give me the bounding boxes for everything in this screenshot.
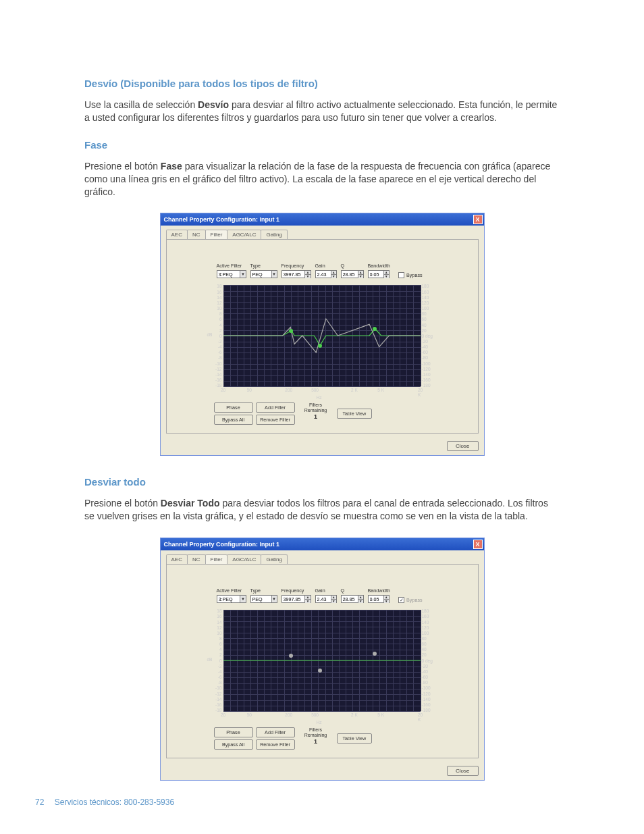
tab-gating[interactable]: Gating: [261, 230, 288, 239]
chevron-down-icon[interactable]: ▼: [271, 596, 277, 602]
chevron-down-icon[interactable]: ▼: [271, 271, 277, 278]
label-q: Q: [341, 588, 364, 594]
window-title: Channel Property Configuration: Input 1: [164, 216, 280, 223]
table-view-button[interactable]: Table View: [337, 733, 373, 744]
tab-strip: AEC NC Filter AGC/ALC Gating: [161, 550, 484, 564]
select-active-filter[interactable]: ▼: [217, 595, 246, 603]
spinner-icon[interactable]: ▲▼: [383, 271, 388, 278]
tab-agcalc[interactable]: AGC/ALC: [227, 230, 261, 239]
input[interactable]: [251, 271, 271, 278]
window-titlebar: Channel Property Configuration: Input 1 …: [161, 538, 484, 550]
close-button[interactable]: Close: [447, 766, 478, 776]
heading-fase: Fase: [84, 139, 560, 151]
add-filter-button[interactable]: Add Filter: [256, 727, 295, 737]
heading-desviar-todo: Desviar todo: [84, 476, 560, 488]
tab-panel-filter: Active Filter ▼ Type ▼ Frequency ▲▼ Gain…: [166, 564, 479, 758]
filter-chart: dB 181614121086420-2-4-6-8-10-12-14-16-1…: [209, 282, 470, 397]
tab-aec[interactable]: AEC: [166, 230, 188, 239]
filter-params-row: Active Filter ▼ Type ▼ Frequency ▲▼ Gain…: [217, 263, 470, 278]
plot-area[interactable]: [223, 610, 421, 711]
tab-gating[interactable]: Gating: [261, 554, 288, 564]
close-button[interactable]: Close: [447, 441, 478, 451]
filters-remaining: Filters Remaining 1: [298, 402, 334, 420]
y-axis-left: 181614121086420-2-4-6-8-10-12-14-16-18: [213, 608, 222, 712]
value: 1: [302, 738, 330, 745]
input[interactable]: [369, 271, 384, 278]
spinner-icon[interactable]: ▲▼: [304, 596, 310, 603]
page-footer: 72 Servicios técnicos: 800-283-5936: [35, 798, 174, 807]
close-icon[interactable]: X: [473, 215, 483, 224]
bold: Desviar Todo: [161, 498, 220, 509]
value: 1: [302, 413, 330, 420]
phase-button[interactable]: Phase: [214, 402, 253, 413]
input[interactable]: [316, 271, 331, 278]
heading-desvio: Desvío (Disponible para todos los tipos …: [84, 78, 560, 89]
select-type[interactable]: ▼: [250, 595, 277, 603]
remove-filter-button[interactable]: Remove Filter: [256, 739, 295, 750]
bypass-all-button[interactable]: Bypass All: [214, 739, 253, 750]
input[interactable]: [282, 596, 305, 602]
dialog-window: Channel Property Configuration: Input 1 …: [160, 213, 485, 456]
chevron-down-icon[interactable]: ▼: [240, 596, 245, 602]
spinner-icon[interactable]: ▲▼: [304, 271, 310, 278]
tab-panel-filter: Active Filter ▼ Type ▼ Frequency ▲▼ Gain…: [166, 239, 479, 434]
spinner-icon[interactable]: ▲▼: [331, 596, 336, 603]
input[interactable]: [217, 271, 240, 278]
spinner-frequency[interactable]: ▲▼: [281, 270, 311, 278]
spinner-q[interactable]: ▲▼: [341, 270, 364, 278]
label-frequency: Frequency: [281, 263, 311, 269]
input[interactable]: [282, 271, 305, 278]
input[interactable]: [217, 596, 240, 602]
spinner-q[interactable]: ▲▼: [341, 595, 364, 603]
input[interactable]: [369, 596, 384, 602]
tab-nc[interactable]: NC: [187, 230, 206, 239]
label: Filters Remaining: [302, 402, 330, 413]
spinner-icon[interactable]: ▲▼: [383, 596, 388, 603]
spinner-icon[interactable]: ▲▼: [358, 596, 363, 603]
label-bypass: Bypass: [406, 272, 423, 278]
spinner-bandwidth[interactable]: ▲▼: [368, 595, 390, 603]
bold: Desvío: [198, 99, 229, 110]
input[interactable]: [342, 271, 358, 278]
select-type[interactable]: ▼: [250, 270, 277, 278]
tab-filter[interactable]: Filter: [205, 230, 228, 239]
spinner-gain[interactable]: ▲▼: [315, 595, 337, 603]
tab-nc[interactable]: NC: [187, 554, 206, 564]
input[interactable]: [342, 596, 358, 602]
dialog-window: Channel Property Configuration: Input 1 …: [160, 538, 485, 781]
y-axis-right: 180160140120100806040200 deg-20-40-60-80…: [422, 284, 437, 388]
spinner-icon[interactable]: ▲▼: [358, 271, 363, 278]
tab-filter[interactable]: Filter: [205, 554, 228, 564]
remove-filter-button[interactable]: Remove Filter: [256, 415, 295, 425]
checkbox-bypass[interactable]: ✓: [398, 597, 404, 603]
input[interactable]: [316, 596, 331, 602]
label-gain: Gain: [315, 263, 337, 269]
window-titlebar: Channel Property Configuration: Input 1 …: [161, 213, 484, 226]
footer-text: Servicios técnicos: 800-283-5936: [55, 798, 174, 807]
spinner-frequency[interactable]: ▲▼: [281, 595, 311, 603]
select-active-filter[interactable]: ▼: [217, 270, 246, 278]
page-number: 72: [35, 798, 44, 807]
bold: Fase: [161, 161, 182, 172]
paragraph-desviar-todo: Presione el botón Desviar Todo para desv…: [84, 497, 560, 523]
spinner-gain[interactable]: ▲▼: [315, 270, 337, 278]
close-icon[interactable]: X: [473, 540, 483, 549]
add-filter-button[interactable]: Add Filter: [256, 402, 295, 413]
spinner-icon[interactable]: ▲▼: [331, 271, 336, 278]
label-q: Q: [341, 263, 364, 269]
filter-chart: dB 181614121086420-2-4-6-8-10-12-14-16-1…: [209, 607, 470, 722]
tab-aec[interactable]: AEC: [166, 554, 188, 564]
tab-agcalc[interactable]: AGC/ALC: [227, 554, 261, 564]
label-bandwidth: Bandwidth: [368, 263, 391, 269]
ylabel: dB: [207, 332, 213, 337]
table-view-button[interactable]: Table View: [337, 409, 373, 419]
y-axis-right: 180160140120100806040200 deg-20-40-60-80…: [422, 608, 437, 712]
input[interactable]: [251, 596, 271, 602]
chevron-down-icon[interactable]: ▼: [240, 271, 245, 278]
label: Filters Remaining: [302, 727, 330, 738]
spinner-bandwidth[interactable]: ▲▼: [368, 270, 390, 278]
bypass-all-button[interactable]: Bypass All: [214, 415, 253, 425]
checkbox-bypass[interactable]: [398, 272, 404, 278]
phase-button[interactable]: Phase: [214, 727, 253, 737]
plot-area[interactable]: [223, 285, 421, 386]
